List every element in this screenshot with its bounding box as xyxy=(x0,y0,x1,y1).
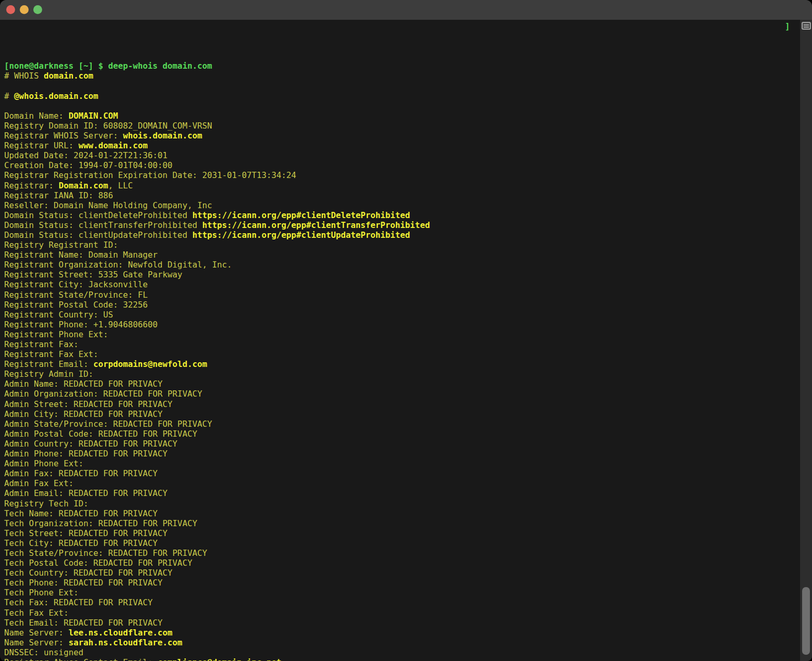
terminal-line: Admin State/Province: REDACTED FOR PRIVA… xyxy=(4,419,800,429)
terminal-line: Registrar URL: www.domain.com xyxy=(4,141,800,150)
text-segment: Registrar IANA ID: 886 xyxy=(4,190,113,200)
link-segment[interactable]: domain.com xyxy=(44,71,93,81)
text-segment: Tech City: REDACTED FOR PRIVACY xyxy=(4,538,158,548)
zoom-button[interactable] xyxy=(33,5,42,14)
text-segment: Registrant Country: US xyxy=(4,310,113,320)
link-segment[interactable]: sarah.ns.cloudflare.com xyxy=(69,638,183,647)
text-segment: Registrar: xyxy=(4,181,59,190)
text-segment: # WHOIS xyxy=(4,71,44,81)
link-segment[interactable]: https://icann.org/epp#clientDeleteProhib… xyxy=(192,210,410,220)
link-segment[interactable]: https://icann.org/epp#clientUpdateProhib… xyxy=(192,230,410,240)
terminal-line: Tech Phone Ext: xyxy=(4,588,800,598)
terminal-line: Admin Street: REDACTED FOR PRIVACY xyxy=(4,399,800,409)
text-segment: Tech Organization: REDACTED FOR PRIVACY xyxy=(4,518,197,528)
text-segment: Tech Fax: REDACTED FOR PRIVACY xyxy=(4,598,153,607)
text-segment: Name Server: xyxy=(4,628,69,638)
text-segment: Registry Admin ID: xyxy=(4,369,93,379)
terminal-line: Admin Email: REDACTED FOR PRIVACY xyxy=(4,488,800,498)
text-segment: Tech Email: REDACTED FOR PRIVACY xyxy=(4,618,162,628)
text-segment: Registrant City: Jacksonville xyxy=(4,279,148,289)
terminal-line: Tech Phone: REDACTED FOR PRIVACY xyxy=(4,578,800,588)
text-segment: Tech Postal Code: REDACTED FOR PRIVACY xyxy=(4,558,192,568)
text-segment: Domain Name: xyxy=(4,111,69,121)
text-segment: Admin Organization: REDACTED FOR PRIVACY xyxy=(4,389,202,399)
link-segment[interactable]: DOMAIN.COM xyxy=(69,111,118,121)
prompt-command-text: [none@darkness [~] $ deep-whois domain.c… xyxy=(4,61,212,71)
text-segment: Admin Phone: REDACTED FOR PRIVACY xyxy=(4,449,168,459)
text-segment: Admin Phone Ext: xyxy=(4,459,83,468)
terminal-line: Tech Postal Code: REDACTED FOR PRIVACY xyxy=(4,558,800,568)
text-segment: Domain Status: clientUpdateProhibited xyxy=(4,230,192,240)
scrollbar-track[interactable] xyxy=(800,20,812,661)
text-segment: Admin State/Province: REDACTED FOR PRIVA… xyxy=(4,419,212,429)
text-segment: Updated Date: 2024-01-22T21:36:01 xyxy=(4,150,168,160)
terminal-line: # @whois.domain.com xyxy=(4,91,800,101)
link-segment[interactable]: @whois.domain.com xyxy=(14,91,98,101)
terminal-line: Domain Status: clientTransferProhibited … xyxy=(4,220,800,230)
text-segment: Admin Postal Code: REDACTED FOR PRIVACY xyxy=(4,429,197,439)
terminal-line xyxy=(4,81,800,91)
terminal-line: Registrant Street: 5335 Gate Parkway xyxy=(4,270,800,279)
terminal-line: Name Server: sarah.ns.cloudflare.com xyxy=(4,638,800,647)
text-segment: Registrant Phone: +1.9046806600 xyxy=(4,320,158,329)
link-segment[interactable]: whois.domain.com xyxy=(123,131,202,141)
text-segment: Tech State/Province: REDACTED FOR PRIVAC… xyxy=(4,548,207,558)
text-segment: # xyxy=(4,91,14,101)
scrollbar-thumb[interactable] xyxy=(802,587,810,655)
text-segment: Domain Status: clientDeleteProhibited xyxy=(4,210,192,220)
close-button[interactable] xyxy=(6,5,15,14)
link-segment[interactable]: https://icann.org/epp#clientTransferProh… xyxy=(202,220,429,230)
terminal-line: Registrant Fax Ext: xyxy=(4,349,800,359)
terminal-line: Tech Country: REDACTED FOR PRIVACY xyxy=(4,568,800,578)
text-segment: Registrant Email: xyxy=(4,359,93,369)
scrollbar-marker-icon[interactable] xyxy=(802,22,811,30)
text-segment: Admin Name: REDACTED FOR PRIVACY xyxy=(4,379,162,389)
link-segment[interactable]: lee.ns.cloudflare.com xyxy=(69,628,173,638)
scrollbar-marker-bar xyxy=(804,27,809,28)
scrollbar-marker-bar xyxy=(804,24,809,26)
terminal-line: # WHOIS domain.com xyxy=(4,71,800,81)
terminal-line: Updated Date: 2024-01-22T21:36:01 xyxy=(4,150,800,160)
terminal-line: Domain Name: DOMAIN.COM xyxy=(4,111,800,121)
text-segment: Name Server: xyxy=(4,638,69,647)
text-segment: Admin Email: REDACTED FOR PRIVACY xyxy=(4,488,168,498)
terminal-line: Admin Fax: REDACTED FOR PRIVACY xyxy=(4,468,800,478)
terminal-line: Tech Street: REDACTED FOR PRIVACY xyxy=(4,528,800,538)
terminal-output[interactable]: ] [none@darkness [~] $ deep-whois domain… xyxy=(0,20,800,661)
terminal-line: Name Server: lee.ns.cloudflare.com xyxy=(4,628,800,638)
terminal-line: Registrant Country: US xyxy=(4,310,800,320)
terminal-line: Registrar Registration Expiration Date: … xyxy=(4,170,800,180)
text-segment: Registrant Street: 5335 Gate Parkway xyxy=(4,270,182,279)
terminal-line: Admin Fax Ext: xyxy=(4,478,800,488)
terminal-line: Registrant Email: corpdomains@newfold.co… xyxy=(4,359,800,369)
text-segment: Registrar Registration Expiration Date: … xyxy=(4,170,296,180)
text-segment: Registrant Fax Ext: xyxy=(4,349,98,359)
text-segment: Tech Street: REDACTED FOR PRIVACY xyxy=(4,528,168,538)
link-segment[interactable]: compliance@domain-inc.net xyxy=(158,657,282,661)
terminal-line: Tech State/Province: REDACTED FOR PRIVAC… xyxy=(4,548,800,558)
text-segment: Tech Phone Ext: xyxy=(4,588,79,598)
terminal-line: Admin Name: REDACTED FOR PRIVACY xyxy=(4,379,800,389)
terminal-line: Registrant Organization: Newfold Digital… xyxy=(4,260,800,270)
text-segment: Reseller: Domain Name Holding Company, I… xyxy=(4,200,212,210)
text-segment: Domain Status: clientTransferProhibited xyxy=(4,220,202,230)
link-segment[interactable]: corpdomains@newfold.com xyxy=(93,359,207,369)
terminal-line: Registrant Phone Ext: xyxy=(4,329,800,339)
link-segment[interactable]: www.domain.com xyxy=(79,141,148,150)
terminal-line: [none@darkness [~] $ deep-whois domain.c… xyxy=(4,61,800,71)
link-segment[interactable]: Domain.com xyxy=(59,181,108,190)
terminal-line: Registrar: Domain.com, LLC xyxy=(4,181,800,190)
terminal-line: Registrant Phone: +1.9046806600 xyxy=(4,320,800,329)
text-segment: Creation Date: 1994-07-01T04:00:00 xyxy=(4,160,172,170)
terminal-line: Registrant State/Province: FL xyxy=(4,290,800,300)
terminal-line: Registrant Postal Code: 32256 xyxy=(4,300,800,310)
terminal-line: Tech Organization: REDACTED FOR PRIVACY xyxy=(4,518,800,528)
minimize-button[interactable] xyxy=(20,5,29,14)
text-segment: Registrar Abuse Contact Email: xyxy=(4,657,158,661)
window-titlebar[interactable] xyxy=(0,0,812,20)
terminal-line: Registrar IANA ID: 886 xyxy=(4,190,800,200)
terminal-line: Registrant City: Jacksonville xyxy=(4,279,800,289)
terminal-line: Admin Country: REDACTED FOR PRIVACY xyxy=(4,439,800,449)
terminal-line: Registry Admin ID: xyxy=(4,369,800,379)
terminal-line: Registrar Abuse Contact Email: complianc… xyxy=(4,657,800,661)
